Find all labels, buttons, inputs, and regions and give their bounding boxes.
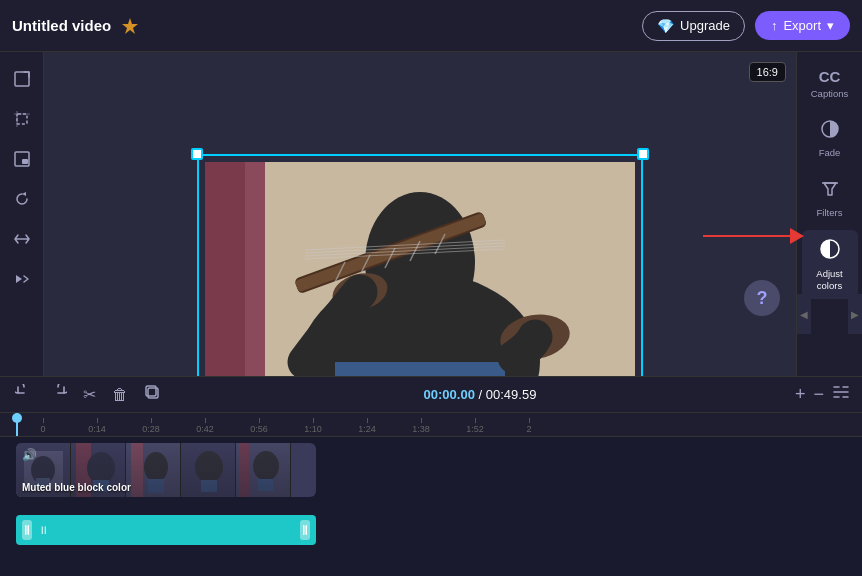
collapse-panel-button[interactable]: ▶ (848, 294, 862, 334)
upgrade-label: Upgrade (680, 18, 730, 33)
svg-rect-51 (25, 525, 27, 535)
playhead-dot[interactable] (12, 413, 22, 423)
ruler-mark-2: 2 (502, 424, 556, 434)
time-display: 00:00.00 / 00:49.59 (175, 387, 785, 402)
ruler-mark-124: 1:24 (340, 424, 394, 434)
svg-point-49 (253, 451, 279, 481)
ruler-marks: 0 0:14 0:28 0:42 0:56 1:10 1:24 1:38 1:5… (16, 424, 556, 436)
ruler-mark-14: 0:14 (70, 424, 124, 434)
ruler-mark-56: 0:56 (232, 424, 286, 434)
fade-icon (820, 119, 840, 144)
ruler-mark-28: 0:28 (124, 424, 178, 434)
cut-button[interactable]: ✂ (80, 382, 99, 407)
duplicate-button[interactable] (141, 381, 165, 409)
topbar-left: Untitled video (12, 15, 327, 37)
svg-rect-43 (148, 479, 164, 493)
export-label: Export (783, 18, 821, 33)
pip-tool[interactable] (5, 142, 39, 176)
fade-label: Fade (819, 147, 841, 158)
filters-label: Filters (817, 207, 843, 218)
filters-tool-button[interactable]: Filters (802, 171, 858, 226)
svg-rect-54 (306, 525, 308, 535)
upgrade-button[interactable]: 💎 Upgrade (642, 11, 745, 41)
upgrade-diamond-icon: 💎 (657, 18, 674, 34)
resize-tool[interactable] (5, 62, 39, 96)
crop-tool[interactable] (5, 102, 39, 136)
ruler-mark-110: 1:10 (286, 424, 340, 434)
mute-icon: 🔊 (22, 448, 37, 462)
ruler-mark-152: 1:52 (448, 424, 502, 434)
collapse-right-sidebar-button[interactable]: ◀ (797, 294, 811, 334)
timeline-section: ✂ 🗑 00:00.00 / 00:49.59 + − (0, 376, 862, 576)
topbar-right: 💎 Upgrade ↑ Export ▾ (642, 11, 850, 41)
delete-button[interactable]: 🗑 (109, 383, 131, 407)
app-title: Untitled video (12, 17, 111, 34)
time-separator: / (479, 387, 486, 402)
svg-marker-5 (16, 275, 22, 283)
svg-rect-1 (15, 72, 29, 86)
aspect-ratio-badge[interactable]: 16:9 (749, 62, 786, 82)
add-track-button[interactable]: + (795, 384, 806, 405)
video-track[interactable]: Muted blue block color 🔊 (16, 443, 316, 497)
thumb-frame-5 (236, 443, 291, 497)
svg-rect-50 (258, 479, 273, 491)
svg-rect-53 (303, 525, 305, 535)
svg-rect-48 (239, 443, 249, 497)
export-arrow-icon: ↑ (771, 18, 778, 33)
ruler-mark-0: 0 (16, 424, 70, 434)
topbar: Untitled video 💎 Upgrade ↑ Export ▾ (0, 0, 862, 52)
svg-point-42 (144, 452, 168, 482)
svg-rect-47 (236, 443, 291, 497)
svg-rect-44 (181, 443, 236, 497)
adjust-colors-icon (819, 238, 841, 265)
ruler-mark-138: 1:38 (394, 424, 448, 434)
captions-label: Captions (811, 88, 849, 99)
zoom-out-button[interactable]: − (813, 384, 824, 405)
rotate-tool[interactable] (5, 182, 39, 216)
thumb-frame-3 (126, 443, 181, 497)
filters-icon (820, 179, 840, 204)
audio-trim-handle-right[interactable] (300, 520, 310, 540)
resize-handle-tl[interactable] (191, 148, 203, 160)
audio-track[interactable]: ⏸ (16, 515, 316, 545)
svg-rect-2 (17, 114, 27, 124)
svg-point-38 (87, 452, 115, 484)
svg-rect-4 (22, 159, 28, 164)
export-chevron-icon: ▾ (827, 18, 834, 33)
flip-tool[interactable] (5, 222, 39, 256)
timeline-right-controls: + − (795, 383, 850, 406)
captions-icon: CC (819, 68, 841, 85)
adjust-colors-label: Adjustcolors (816, 268, 842, 291)
audio-trim-handle-left[interactable] (22, 520, 32, 540)
audio-filter-tool[interactable] (5, 262, 39, 296)
timeline-toolbar: ✂ 🗑 00:00.00 / 00:49.59 + − (0, 377, 862, 413)
timeline-ruler: 0 0:14 0:28 0:42 0:56 1:10 1:24 1:38 1:5… (0, 413, 862, 437)
expand-timeline-button[interactable] (832, 383, 850, 406)
video-track-row: Muted blue block color 🔊 (16, 443, 846, 497)
captions-tool-button[interactable]: CC Captions (802, 60, 858, 107)
fade-tool-button[interactable]: Fade (802, 111, 858, 166)
tracks-area: Muted blue block color 🔊 ⏸ (0, 437, 862, 563)
svg-rect-52 (28, 525, 30, 535)
help-button[interactable]: ? (744, 280, 780, 316)
adjust-colors-tool-button[interactable]: Adjustcolors (802, 230, 858, 299)
resize-handle-tr[interactable] (637, 148, 649, 160)
video-track-label: Muted blue block color (22, 482, 131, 493)
svg-rect-46 (201, 480, 217, 492)
audio-track-row: ⏸ (16, 503, 846, 557)
pause-icon: ⏸ (38, 524, 49, 536)
ai-badge-icon (119, 15, 141, 37)
svg-rect-41 (131, 443, 143, 497)
undo-button[interactable] (12, 381, 36, 409)
export-button[interactable]: ↑ Export ▾ (755, 11, 850, 40)
total-time: 00:49.59 (486, 387, 537, 402)
ruler-mark-42: 0:42 (178, 424, 232, 434)
svg-marker-0 (122, 18, 138, 34)
redo-button[interactable] (46, 381, 70, 409)
current-time: 00:00.00 (424, 387, 475, 402)
svg-point-45 (195, 451, 223, 483)
thumb-frame-4 (181, 443, 236, 497)
svg-rect-40 (126, 443, 181, 497)
